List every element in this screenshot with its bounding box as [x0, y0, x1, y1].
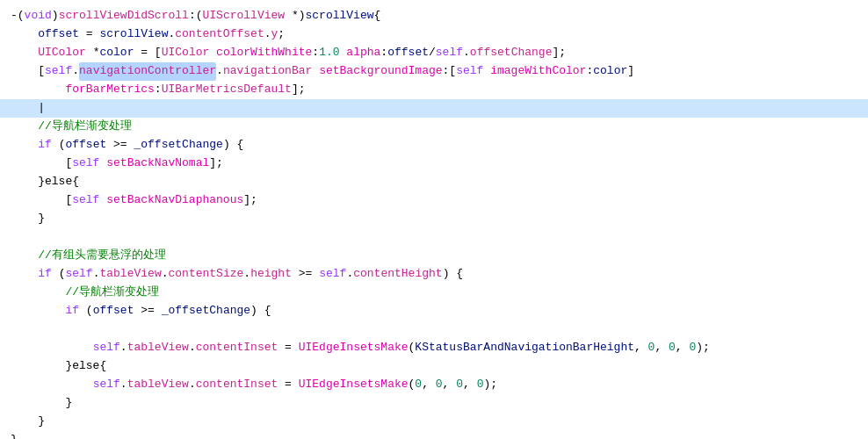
code-token: } — [11, 210, 45, 228]
code-token: scrollView — [306, 7, 374, 25]
code-token: , — [655, 339, 669, 357]
code-token: { — [374, 7, 381, 25]
code-token: _offsetChange — [134, 136, 222, 155]
code-token — [99, 191, 106, 210]
code-token — [11, 302, 65, 320]
code-token: ) — [52, 7, 59, 25]
code-token: UIScrollView — [202, 7, 285, 25]
code-token: tableView — [127, 339, 189, 357]
code-token: ( — [52, 265, 66, 284]
code-token: . — [189, 339, 196, 357]
code-token: color — [593, 62, 627, 81]
code-token: 0 — [669, 339, 676, 357]
code-token: } — [11, 394, 72, 413]
code-token: if — [38, 265, 52, 284]
code-line: [self.navigationController.navigationBar… — [0, 62, 868, 81]
code-token: , — [422, 376, 436, 394]
code-token: contentOffset — [175, 25, 264, 44]
code-line — [0, 320, 868, 339]
code-line: [self setBackNavNomal]; — [0, 155, 868, 173]
code-token — [11, 284, 65, 302]
code-token: void — [25, 7, 52, 25]
code-token: color — [99, 44, 134, 62]
code-token — [11, 118, 38, 136]
code-token: . — [93, 265, 100, 284]
code-token: 0 — [456, 376, 463, 394]
code-token: , — [634, 339, 648, 357]
code-token: setBackNavNomal — [106, 155, 209, 173]
code-token: offset — [387, 44, 429, 62]
code-token: self — [319, 265, 346, 284]
code-line: } — [0, 394, 868, 413]
code-token: } — [11, 431, 18, 439]
code-token: y — [271, 25, 278, 44]
code-token: . — [264, 25, 271, 44]
code-token: ( — [409, 339, 416, 357]
code-line: } — [0, 413, 868, 431]
code-token: = — [278, 376, 298, 394]
code-line: if (offset >= _offsetChange) { — [0, 136, 868, 155]
code-token — [340, 44, 347, 62]
code-token: = — [79, 25, 99, 44]
code-token: //导航栏渐变处理 — [38, 118, 132, 136]
code-token: 0 — [477, 376, 484, 394]
code-token: . — [162, 265, 169, 284]
code-token: UIEdgeInsetsMake — [299, 376, 409, 394]
code-token — [483, 62, 490, 81]
code-token: , — [676, 339, 690, 357]
code-token: tableView — [127, 376, 189, 394]
code-line: }else{ — [0, 357, 868, 376]
code-token: * — [86, 44, 100, 62]
code-token — [11, 339, 93, 357]
code-line: } — [0, 210, 868, 228]
code-token: setBackNavDiaphanous — [106, 191, 243, 210]
code-token: ]; — [243, 191, 257, 210]
code-token: ; — [278, 25, 285, 44]
code-token: [ — [11, 155, 72, 173]
code-line: | — [0, 99, 868, 118]
code-token: ); — [483, 376, 497, 394]
code-token: [ — [11, 62, 45, 81]
code-token: : — [155, 81, 162, 99]
code-token — [11, 376, 93, 394]
code-token: 0 — [436, 376, 443, 394]
code-token — [11, 136, 38, 155]
code-token: [ — [11, 191, 72, 210]
code-token: . — [463, 44, 470, 62]
code-token: scrollViewDidScroll — [59, 7, 189, 25]
code-token: contentInset — [196, 376, 278, 394]
code-token: navigationController — [79, 62, 216, 81]
code-token: self — [456, 62, 483, 81]
code-token: 0 — [689, 339, 696, 357]
code-token: contentSize — [169, 265, 244, 284]
code-token — [11, 247, 38, 265]
code-token: = — [278, 339, 298, 357]
code-token: ( — [409, 376, 416, 394]
code-token — [11, 44, 38, 62]
code-token: UIColor — [162, 44, 210, 62]
code-token: //导航栏渐变处理 — [65, 284, 159, 302]
code-token: | — [11, 99, 45, 118]
code-token: . — [120, 339, 127, 357]
code-token: >= — [134, 302, 161, 320]
code-token: ( — [52, 136, 66, 155]
code-token: setBackgroundImage — [319, 62, 442, 81]
code-line: } — [0, 431, 868, 439]
code-line: if (self.tableView.contentSize.height >=… — [0, 265, 868, 284]
code-token — [99, 155, 106, 173]
code-token: -( — [11, 7, 25, 25]
code-token — [11, 265, 38, 284]
code-token: imageWithColor — [490, 62, 586, 81]
code-token: :[ — [443, 62, 457, 81]
code-token: ) { — [250, 302, 271, 320]
code-token: self — [93, 339, 120, 357]
code-token: ) { — [223, 136, 243, 155]
code-token: if — [38, 136, 52, 155]
code-token: , — [463, 376, 477, 394]
code-token: tableView — [99, 265, 161, 284]
code-token: offset — [38, 25, 79, 44]
code-token: contentHeight — [353, 265, 442, 284]
code-token: contentInset — [196, 339, 278, 357]
code-token: alpha — [346, 44, 380, 62]
code-editor: -(void)scrollViewDidScroll:(UIScrollView… — [0, 0, 868, 439]
